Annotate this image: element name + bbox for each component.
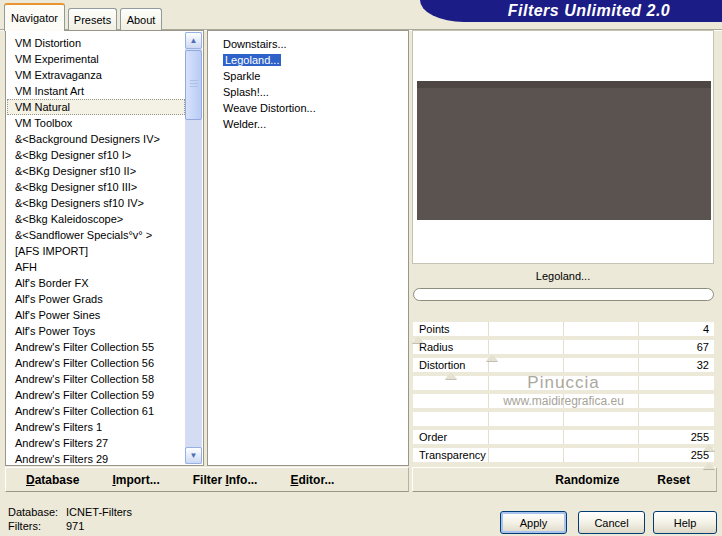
tab-navigator-label: Navigator bbox=[11, 12, 58, 24]
filter-item[interactable]: Downstairs... bbox=[209, 36, 407, 52]
slider-row-distortion[interactable]: Distortion32 bbox=[413, 358, 714, 372]
slider-value: 32 bbox=[697, 358, 709, 372]
slider-label: Points bbox=[419, 322, 450, 336]
slider-value: 67 bbox=[697, 340, 709, 354]
category-item[interactable]: Alf's Border FX bbox=[7, 275, 185, 291]
category-scrollbar[interactable]: ▲ ▼ bbox=[185, 32, 202, 464]
filter-item[interactable]: Welder... bbox=[209, 116, 407, 132]
toolbar-button-randomize[interactable]: Randomize bbox=[555, 473, 619, 487]
slider-thumb-icon[interactable] bbox=[703, 462, 715, 469]
scrollbar-thumb[interactable] bbox=[185, 50, 202, 120]
category-item[interactable]: Alf's Power Grads bbox=[7, 291, 185, 307]
status-database-value: ICNET-Filters bbox=[66, 506, 132, 518]
scrollbar-grip-icon bbox=[190, 80, 198, 87]
toolbar-button-editor---[interactable]: Editor... bbox=[290, 473, 334, 487]
category-item[interactable]: Andrew's Filter Collection 55 bbox=[7, 339, 185, 355]
watermark-name: Pinuccia bbox=[413, 376, 714, 390]
preview-image bbox=[417, 81, 711, 220]
category-item[interactable]: &<Bkg Designer sf10 III> bbox=[7, 179, 185, 195]
help-button[interactable]: Help bbox=[653, 511, 717, 534]
category-list-panel: VM DistortionVM ExperimentalVM Extravaga… bbox=[5, 30, 204, 466]
category-item[interactable]: &<Bkg Designer sf10 I> bbox=[7, 147, 185, 163]
category-item[interactable]: Andrew's Filter Collection 59 bbox=[7, 387, 185, 403]
slider-label: Transparency bbox=[419, 448, 486, 462]
status-database-row: Database:ICNET-Filters bbox=[8, 506, 132, 518]
toolbar-left: DatabaseImport...Filter Info...Editor... bbox=[5, 467, 409, 492]
category-item[interactable]: Andrew's Filters 29 bbox=[7, 451, 185, 464]
toolbar-button-database[interactable]: Database bbox=[26, 473, 79, 487]
slider-row-points[interactable]: Points4 bbox=[413, 322, 714, 336]
slider-thumb-icon[interactable] bbox=[445, 372, 457, 379]
preview-and-controls-panel: Legoland... Points4Radius67Distortion32P… bbox=[410, 30, 717, 466]
slider-label: Radius bbox=[419, 340, 453, 354]
category-item[interactable]: &<Sandflower Specials°v° > bbox=[7, 227, 185, 243]
filter-item[interactable]: Splash!... bbox=[209, 84, 407, 100]
tab-presets-label: Presets bbox=[74, 14, 111, 26]
status-filters-label: Filters: bbox=[8, 520, 66, 532]
category-item[interactable]: Andrew's Filter Collection 56 bbox=[7, 355, 185, 371]
toolbar-right: RandomizeReset bbox=[412, 467, 717, 492]
category-item[interactable]: AFH bbox=[7, 259, 185, 275]
category-item[interactable]: Andrew's Filters 27 bbox=[7, 435, 185, 451]
progress-bar bbox=[413, 288, 714, 301]
status-filters-value: 971 bbox=[66, 520, 84, 532]
category-item[interactable]: Alf's Power Sines bbox=[7, 307, 185, 323]
watermark-url: www.maidiregrafica.eu bbox=[413, 394, 714, 408]
category-item[interactable]: Andrew's Filter Collection 58 bbox=[7, 371, 185, 387]
category-item[interactable]: &<Bkg Designers sf10 IV> bbox=[7, 195, 185, 211]
slider-label: Order bbox=[419, 430, 447, 444]
category-item[interactable]: VM Distortion bbox=[7, 35, 185, 51]
slider-row-radius[interactable]: Radius67 bbox=[413, 340, 714, 354]
filter-list-items: Downstairs...Legoland...SparkleSplash!..… bbox=[209, 32, 407, 464]
filter-item[interactable]: Legoland... bbox=[209, 52, 407, 68]
slider-label: Distortion bbox=[419, 358, 465, 372]
category-item[interactable]: [AFS IMPORT] bbox=[7, 243, 185, 259]
category-item[interactable]: Andrew's Filters 1 bbox=[7, 419, 185, 435]
category-item[interactable]: VM Natural bbox=[7, 99, 185, 115]
category-item[interactable]: Andrew's Filter Collection 61 bbox=[7, 403, 185, 419]
scroll-down-icon[interactable]: ▼ bbox=[185, 447, 202, 464]
category-item[interactable]: &<Background Designers IV> bbox=[7, 131, 185, 147]
help-button-label: Help bbox=[674, 517, 697, 529]
toolbar-button-reset[interactable]: Reset bbox=[657, 473, 690, 487]
app-title: Filters Unlimited 2.0 bbox=[472, 2, 671, 20]
apply-button-label: Apply bbox=[520, 517, 548, 529]
empty-row bbox=[413, 412, 714, 426]
current-filter-name-label: Legoland... bbox=[536, 270, 590, 282]
slider-value: 4 bbox=[703, 322, 709, 336]
filters-unlimited-dialog: Navigator Presets About Filters Unlimite… bbox=[0, 0, 722, 536]
slider-value: 255 bbox=[691, 430, 709, 444]
preview-box bbox=[412, 30, 714, 264]
toolbar-button-filter-info---[interactable]: Filter Info... bbox=[193, 473, 258, 487]
parameter-rows: Points4Radius67Distortion32Pinucciawww.m… bbox=[413, 322, 714, 466]
category-item[interactable]: VM Experimental bbox=[7, 51, 185, 67]
title-banner: Filters Unlimited 2.0 bbox=[420, 0, 722, 22]
cancel-button[interactable]: Cancel bbox=[578, 511, 645, 534]
slider-thumb-icon[interactable] bbox=[703, 444, 715, 451]
slider-row-transparency[interactable]: Transparency255 bbox=[413, 448, 714, 462]
filter-item[interactable]: Sparkle bbox=[209, 68, 407, 84]
tab-about-label: About bbox=[127, 14, 156, 26]
category-item[interactable]: VM Extravaganza bbox=[7, 67, 185, 83]
filter-item[interactable]: Weave Distortion... bbox=[209, 100, 407, 116]
filter-list-panel: Downstairs...Legoland...SparkleSplash!..… bbox=[207, 30, 409, 466]
toolbar-button-import---[interactable]: Import... bbox=[112, 473, 159, 487]
slider-row-order[interactable]: Order255 bbox=[413, 430, 714, 444]
tab-about[interactable]: About bbox=[120, 8, 162, 30]
slider-thumb-icon[interactable] bbox=[412, 336, 424, 343]
category-item[interactable]: VM Toolbox bbox=[7, 115, 185, 131]
tab-navigator[interactable]: Navigator bbox=[4, 3, 65, 31]
category-item[interactable]: &<Bkg Kaleidoscope> bbox=[7, 211, 185, 227]
slider-thumb-icon[interactable] bbox=[486, 354, 498, 361]
current-filter-name: Legoland... bbox=[412, 266, 714, 286]
category-item[interactable]: VM Instant Art bbox=[7, 83, 185, 99]
category-item[interactable]: Alf's Power Toys bbox=[7, 323, 185, 339]
tab-presets[interactable]: Presets bbox=[68, 8, 117, 30]
apply-button[interactable]: Apply bbox=[500, 511, 567, 534]
category-item[interactable]: &<BKg Designer sf10 II> bbox=[7, 163, 185, 179]
watermark-url-text: www.maidiregrafica.eu bbox=[503, 394, 624, 408]
watermark-name-text: Pinuccia bbox=[527, 376, 599, 390]
cancel-button-label: Cancel bbox=[594, 517, 628, 529]
scroll-up-icon[interactable]: ▲ bbox=[185, 32, 202, 49]
status-filters-row: Filters:971 bbox=[8, 520, 84, 532]
